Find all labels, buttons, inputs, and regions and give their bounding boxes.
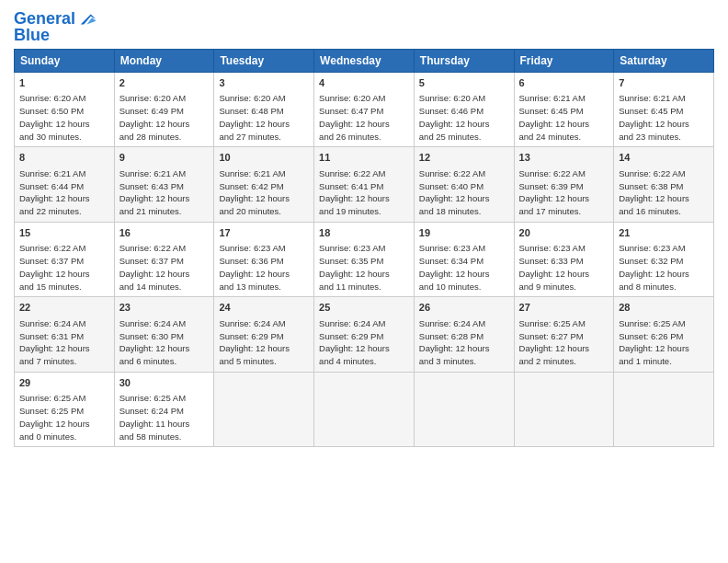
calendar-cell: 7Sunrise: 6:21 AM Sunset: 6:45 PM Daylig… (614, 73, 714, 147)
day-info: Sunrise: 6:22 AM Sunset: 6:37 PM Dayligh… (119, 242, 210, 293)
day-number: 22 (19, 301, 109, 315)
calendar-cell: 9Sunrise: 6:21 AM Sunset: 6:43 PM Daylig… (114, 147, 214, 222)
calendar-cell (414, 372, 514, 446)
calendar-cell: 29Sunrise: 6:25 AM Sunset: 6:25 PM Dayli… (15, 372, 115, 446)
calendar-cell: 30Sunrise: 6:25 AM Sunset: 6:24 PM Dayli… (114, 372, 214, 446)
day-info: Sunrise: 6:23 AM Sunset: 6:35 PM Dayligh… (319, 242, 409, 293)
calendar-cell: 8Sunrise: 6:21 AM Sunset: 6:44 PM Daylig… (15, 147, 115, 222)
day-info: Sunrise: 6:24 AM Sunset: 6:28 PM Dayligh… (419, 317, 509, 368)
day-info: Sunrise: 6:24 AM Sunset: 6:31 PM Dayligh… (19, 317, 109, 368)
day-info: Sunrise: 6:22 AM Sunset: 6:41 PM Dayligh… (319, 167, 409, 218)
day-number: 11 (319, 151, 409, 165)
calendar-cell: 27Sunrise: 6:25 AM Sunset: 6:27 PM Dayli… (514, 297, 614, 372)
day-info: Sunrise: 6:21 AM Sunset: 6:44 PM Dayligh… (19, 167, 109, 218)
day-info: Sunrise: 6:20 AM Sunset: 6:46 PM Dayligh… (419, 92, 509, 143)
calendar-cell: 17Sunrise: 6:23 AM Sunset: 6:36 PM Dayli… (214, 222, 314, 296)
day-number: 8 (19, 151, 109, 165)
calendar-cell: 2Sunrise: 6:20 AM Sunset: 6:49 PM Daylig… (114, 73, 214, 147)
day-header-saturday: Saturday (614, 50, 714, 73)
calendar-cell (614, 372, 714, 446)
calendar-header-row: SundayMondayTuesdayWednesdayThursdayFrid… (15, 50, 714, 73)
day-number: 9 (119, 151, 210, 165)
day-header-friday: Friday (514, 50, 614, 73)
day-header-sunday: Sunday (15, 50, 115, 73)
calendar-cell: 26Sunrise: 6:24 AM Sunset: 6:28 PM Dayli… (414, 297, 514, 372)
day-number: 13 (519, 151, 609, 165)
day-header-wednesday: Wednesday (314, 50, 415, 73)
calendar-week-4: 22Sunrise: 6:24 AM Sunset: 6:31 PM Dayli… (15, 297, 714, 372)
calendar-cell: 12Sunrise: 6:22 AM Sunset: 6:40 PM Dayli… (414, 147, 514, 222)
calendar-cell: 3Sunrise: 6:20 AM Sunset: 6:48 PM Daylig… (214, 73, 314, 147)
calendar-cell (214, 372, 314, 446)
calendar-week-1: 1Sunrise: 6:20 AM Sunset: 6:50 PM Daylig… (15, 73, 714, 147)
day-info: Sunrise: 6:21 AM Sunset: 6:45 PM Dayligh… (519, 92, 609, 143)
calendar-cell: 6Sunrise: 6:21 AM Sunset: 6:45 PM Daylig… (514, 73, 614, 147)
day-number: 7 (619, 76, 709, 90)
day-number: 18 (319, 226, 409, 240)
calendar-cell: 18Sunrise: 6:23 AM Sunset: 6:35 PM Dayli… (314, 222, 415, 296)
logo-icon (77, 9, 97, 29)
day-number: 28 (619, 301, 709, 315)
day-number: 23 (119, 301, 210, 315)
day-info: Sunrise: 6:22 AM Sunset: 6:39 PM Dayligh… (519, 167, 609, 218)
calendar-cell (314, 372, 415, 446)
day-info: Sunrise: 6:22 AM Sunset: 6:37 PM Dayligh… (19, 242, 109, 293)
day-info: Sunrise: 6:21 AM Sunset: 6:45 PM Dayligh… (619, 92, 709, 143)
day-number: 16 (119, 226, 210, 240)
day-info: Sunrise: 6:25 AM Sunset: 6:26 PM Dayligh… (619, 317, 709, 368)
calendar-cell: 16Sunrise: 6:22 AM Sunset: 6:37 PM Dayli… (114, 222, 214, 296)
calendar-cell: 19Sunrise: 6:23 AM Sunset: 6:34 PM Dayli… (414, 222, 514, 296)
day-number: 6 (519, 76, 609, 90)
day-number: 2 (119, 76, 210, 90)
day-header-monday: Monday (114, 50, 214, 73)
day-number: 10 (219, 151, 309, 165)
day-info: Sunrise: 6:21 AM Sunset: 6:42 PM Dayligh… (219, 167, 309, 218)
day-info: Sunrise: 6:25 AM Sunset: 6:24 PM Dayligh… (119, 392, 210, 442)
day-info: Sunrise: 6:20 AM Sunset: 6:47 PM Dayligh… (319, 92, 409, 143)
calendar-cell: 11Sunrise: 6:22 AM Sunset: 6:41 PM Dayli… (314, 147, 415, 222)
day-number: 12 (419, 151, 509, 165)
day-info: Sunrise: 6:20 AM Sunset: 6:49 PM Dayligh… (119, 92, 210, 143)
day-info: Sunrise: 6:23 AM Sunset: 6:34 PM Dayligh… (419, 242, 509, 293)
day-number: 1 (19, 76, 109, 90)
day-info: Sunrise: 6:24 AM Sunset: 6:29 PM Dayligh… (319, 317, 409, 368)
day-info: Sunrise: 6:25 AM Sunset: 6:27 PM Dayligh… (519, 317, 609, 368)
calendar-cell: 13Sunrise: 6:22 AM Sunset: 6:39 PM Dayli… (514, 147, 614, 222)
day-number: 21 (619, 226, 709, 240)
calendar-week-3: 15Sunrise: 6:22 AM Sunset: 6:37 PM Dayli… (15, 222, 714, 296)
day-number: 27 (519, 301, 609, 315)
day-number: 15 (19, 226, 109, 240)
day-header-thursday: Thursday (414, 50, 514, 73)
day-info: Sunrise: 6:24 AM Sunset: 6:29 PM Dayligh… (219, 317, 309, 368)
day-number: 24 (219, 301, 309, 315)
day-header-tuesday: Tuesday (214, 50, 314, 73)
day-info: Sunrise: 6:21 AM Sunset: 6:43 PM Dayligh… (119, 167, 210, 218)
calendar-week-5: 29Sunrise: 6:25 AM Sunset: 6:25 PM Dayli… (15, 372, 714, 446)
calendar-cell: 25Sunrise: 6:24 AM Sunset: 6:29 PM Dayli… (314, 297, 415, 372)
calendar-cell: 24Sunrise: 6:24 AM Sunset: 6:29 PM Dayli… (214, 297, 314, 372)
calendar-cell: 10Sunrise: 6:21 AM Sunset: 6:42 PM Dayli… (214, 147, 314, 222)
day-number: 25 (319, 301, 409, 315)
day-number: 29 (19, 376, 109, 390)
calendar-cell: 21Sunrise: 6:23 AM Sunset: 6:32 PM Dayli… (614, 222, 714, 296)
day-number: 26 (419, 301, 509, 315)
calendar-cell: 14Sunrise: 6:22 AM Sunset: 6:38 PM Dayli… (614, 147, 714, 222)
day-number: 3 (219, 76, 309, 90)
day-info: Sunrise: 6:24 AM Sunset: 6:30 PM Dayligh… (119, 317, 210, 368)
day-info: Sunrise: 6:23 AM Sunset: 6:32 PM Dayligh… (619, 242, 709, 293)
day-info: Sunrise: 6:25 AM Sunset: 6:25 PM Dayligh… (19, 392, 109, 442)
day-number: 20 (519, 226, 609, 240)
calendar-cell: 20Sunrise: 6:23 AM Sunset: 6:33 PM Dayli… (514, 222, 614, 296)
day-number: 5 (419, 76, 509, 90)
calendar-cell (514, 372, 614, 446)
day-number: 19 (419, 226, 509, 240)
day-info: Sunrise: 6:20 AM Sunset: 6:48 PM Dayligh… (219, 92, 309, 143)
calendar-cell: 4Sunrise: 6:20 AM Sunset: 6:47 PM Daylig… (314, 73, 415, 147)
logo: General Blue (14, 9, 97, 45)
calendar-cell: 28Sunrise: 6:25 AM Sunset: 6:26 PM Dayli… (614, 297, 714, 372)
day-info: Sunrise: 6:20 AM Sunset: 6:50 PM Dayligh… (19, 92, 109, 143)
calendar-cell: 1Sunrise: 6:20 AM Sunset: 6:50 PM Daylig… (15, 73, 115, 147)
calendar: SundayMondayTuesdayWednesdayThursdayFrid… (14, 49, 714, 447)
day-number: 17 (219, 226, 309, 240)
calendar-cell: 15Sunrise: 6:22 AM Sunset: 6:37 PM Dayli… (15, 222, 115, 296)
